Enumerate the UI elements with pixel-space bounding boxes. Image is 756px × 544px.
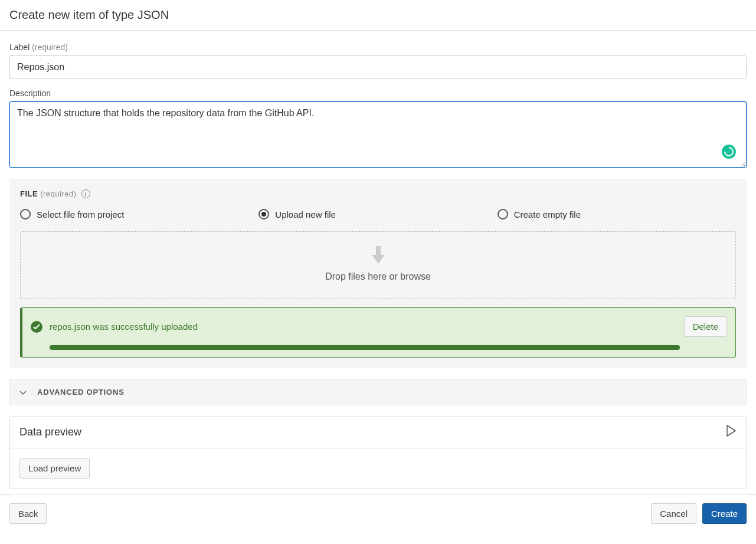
delete-button[interactable]: Delete bbox=[684, 316, 727, 337]
label-text: Label bbox=[9, 42, 30, 52]
file-heading-text: FILE bbox=[20, 189, 38, 198]
file-dropzone[interactable]: Drop files here or browse bbox=[20, 231, 736, 299]
file-required: (required) bbox=[40, 189, 76, 198]
label-field-group: Label (required) bbox=[9, 42, 747, 79]
check-circle-icon bbox=[31, 321, 42, 333]
file-section: FILE (required) i Select file from proje… bbox=[9, 179, 747, 368]
upload-success-banner: repos.json was successfully uploaded Del… bbox=[20, 307, 736, 358]
create-button[interactable]: Create bbox=[702, 503, 747, 524]
advanced-options-label: ADVANCED OPTIONS bbox=[37, 388, 125, 396]
play-icon[interactable] bbox=[726, 425, 737, 440]
radio-select-from-project[interactable]: Select file from project bbox=[20, 209, 258, 219]
radio-create-empty[interactable]: Create empty file bbox=[498, 209, 736, 219]
upload-progress-bar bbox=[50, 345, 680, 350]
radio-icon bbox=[258, 209, 269, 219]
dialog-title: Create new item of type JSON bbox=[0, 0, 756, 31]
label-input[interactable] bbox=[9, 55, 747, 79]
radio-label: Select file from project bbox=[37, 209, 124, 219]
cancel-button[interactable]: Cancel bbox=[651, 503, 696, 524]
description-field-group: Description The JSON structure that hold… bbox=[9, 89, 747, 169]
radio-icon bbox=[498, 209, 508, 219]
radio-label: Upload new file bbox=[275, 209, 336, 219]
file-source-radios: Select file from project Upload new file… bbox=[20, 209, 736, 219]
radio-icon bbox=[20, 209, 31, 219]
advanced-options-toggle[interactable]: ADVANCED OPTIONS bbox=[9, 379, 747, 405]
description-input[interactable]: The JSON structure that holds the reposi… bbox=[9, 101, 747, 168]
chevron-down-icon bbox=[19, 387, 27, 397]
label-field-label: Label (required) bbox=[9, 42, 747, 52]
file-heading: FILE (required) i bbox=[20, 189, 736, 198]
download-arrow-icon bbox=[372, 246, 385, 264]
upload-success-message: repos.json was successfully uploaded bbox=[50, 322, 198, 332]
radio-label: Create empty file bbox=[514, 209, 581, 219]
dropzone-text: Drop files here or browse bbox=[27, 271, 729, 282]
description-label: Description bbox=[9, 89, 747, 98]
load-preview-button[interactable]: Load preview bbox=[19, 458, 90, 479]
label-required: (required) bbox=[32, 42, 68, 52]
back-button[interactable]: Back bbox=[9, 503, 47, 524]
info-icon[interactable]: i bbox=[81, 189, 90, 198]
data-preview-title: Data preview bbox=[19, 426, 81, 438]
data-preview-header: Data preview bbox=[10, 417, 746, 448]
dialog-footer: Back Cancel Create bbox=[0, 494, 756, 532]
grammarly-icon bbox=[722, 145, 736, 159]
radio-upload-new[interactable]: Upload new file bbox=[258, 209, 497, 219]
data-preview-panel: Data preview Load preview bbox=[9, 416, 747, 489]
